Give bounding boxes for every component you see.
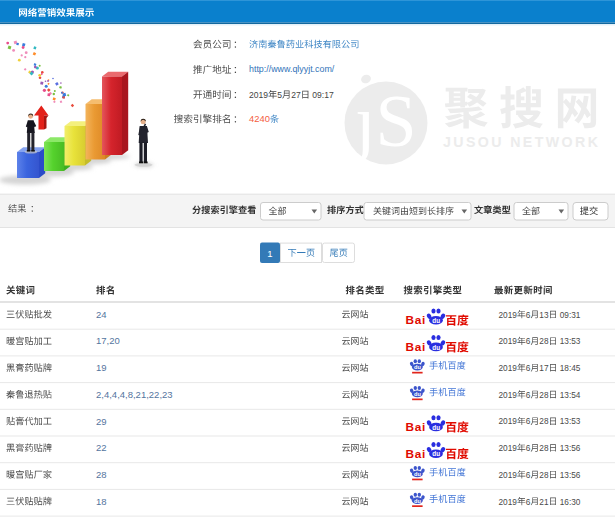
svg-text:28: 28 [539,417,549,426]
svg-text:1: 1 [267,248,272,259]
svg-text:2019: 2019 [249,90,268,100]
svg-text:du: du [414,498,421,504]
svg-text:19: 19 [96,362,107,373]
svg-text:13: 13 [539,311,549,320]
svg-text:13:53: 13:53 [560,417,581,426]
svg-text:Bai: Bai [406,340,426,354]
svg-text:2019: 2019 [499,417,518,426]
svg-text:2019: 2019 [499,391,518,400]
svg-text:du: du [414,364,421,370]
svg-text:28: 28 [539,391,549,400]
svg-text:13:56: 13:56 [560,471,581,480]
svg-text:2019: 2019 [499,311,518,320]
svg-text:09:17: 09:17 [312,90,334,100]
svg-text:28: 28 [539,444,549,453]
svg-text:6: 6 [526,391,531,400]
svg-text:18: 18 [96,496,107,507]
svg-text:du: du [414,391,421,397]
svg-text:2019: 2019 [499,364,518,373]
svg-text:Bai: Bai [406,313,426,327]
svg-text:28: 28 [96,469,107,480]
svg-text:6: 6 [526,471,531,480]
svg-text:2019: 2019 [499,498,518,507]
svg-text:17: 17 [539,364,549,373]
svg-text:13:54: 13:54 [560,391,581,400]
svg-text:2019: 2019 [499,444,518,453]
svg-text:du: du [432,424,440,431]
svg-text:Bai: Bai [406,447,426,461]
svg-text:JUSOU NETWORK: JUSOU NETWORK [443,134,600,150]
svg-text:22: 22 [96,442,107,453]
svg-text:6: 6 [526,364,531,373]
svg-text:6: 6 [526,337,531,346]
svg-text:Bai: Bai [406,420,426,434]
svg-text:18:45: 18:45 [560,364,581,373]
svg-text:2019: 2019 [499,337,518,346]
svg-text:4240: 4240 [249,113,270,124]
svg-text:2019: 2019 [499,471,518,480]
svg-text:28: 28 [539,471,549,480]
svg-text:28: 28 [539,337,549,346]
svg-text:6: 6 [526,498,531,507]
svg-text:2,4,4,4,8,21,22,23: 2,4,4,4,8,21,22,23 [96,389,173,400]
svg-text:24: 24 [96,309,107,320]
svg-text:13:56: 13:56 [560,444,581,453]
svg-text:5: 5 [277,90,282,100]
svg-text:16:30: 16:30 [560,498,581,507]
svg-text:17,20: 17,20 [96,335,120,346]
svg-text:du: du [414,471,421,477]
svg-text:du: du [432,450,440,457]
svg-text:du: du [432,344,440,351]
svg-text:09:31: 09:31 [560,311,581,320]
svg-text:ȷS: ȷS [352,80,417,162]
svg-text:http://www.qlyyjt.com/: http://www.qlyyjt.com/ [249,64,335,74]
svg-text:21: 21 [539,498,549,507]
svg-text:27: 27 [291,90,301,100]
svg-text:6: 6 [526,444,531,453]
svg-text:du: du [432,317,440,324]
svg-text:13:53: 13:53 [560,337,581,346]
svg-text:29: 29 [96,416,107,427]
svg-text:6: 6 [526,311,531,320]
svg-text:6: 6 [526,417,531,426]
